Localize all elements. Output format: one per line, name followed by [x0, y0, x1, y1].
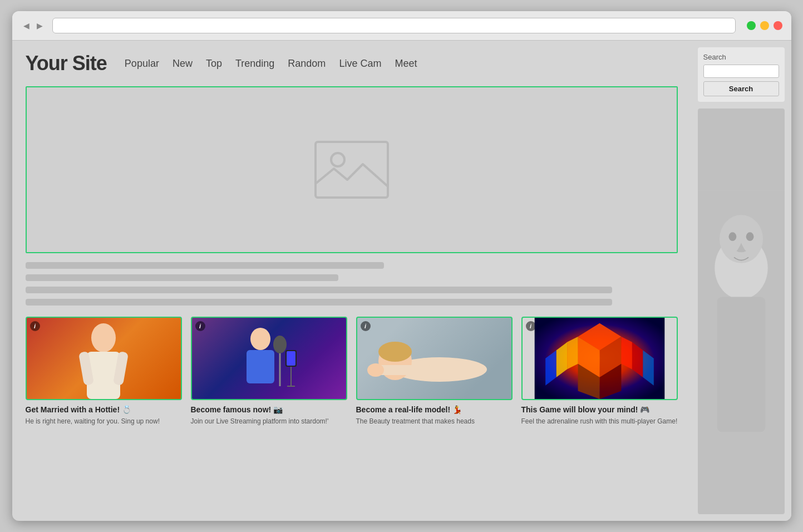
card-4-image: i [521, 317, 678, 400]
svg-point-19 [367, 363, 384, 377]
text-line-3 [26, 287, 613, 293]
browser-chrome: ◀ ▶ [12, 11, 791, 41]
nav-item-new[interactable]: New [173, 58, 193, 70]
nav-arrows: ◀ ▶ [21, 20, 46, 31]
forward-button[interactable]: ▶ [35, 20, 46, 31]
site-header: Your Site Popular New Top Trending Rando… [26, 52, 678, 75]
card-2[interactable]: i [191, 317, 347, 426]
nav-item-top[interactable]: Top [206, 58, 222, 70]
svg-point-35 [728, 232, 736, 241]
browser-window: ◀ ▶ Your Site Popular New Top Trending R… [12, 11, 791, 521]
nav-menu: Popular New Top Trending Random Live Cam… [125, 58, 417, 70]
sidebar-ad[interactable] [698, 109, 785, 514]
svg-rect-12 [287, 351, 295, 366]
card-3-image: i [356, 317, 513, 400]
svg-rect-7 [247, 350, 274, 383]
card-3[interactable]: i [356, 317, 513, 426]
search-widget: Search 🔍 Search [698, 47, 785, 102]
back-button[interactable]: ◀ [21, 20, 32, 31]
svg-point-9 [273, 336, 287, 353]
cards-grid: i Get Married with a Hottie! 💍 [26, 317, 678, 426]
nav-item-meet[interactable]: Meet [395, 58, 417, 70]
card-4[interactable]: i [521, 317, 678, 426]
card-1-title: Get Married with a Hottie! 💍 [26, 405, 182, 415]
card-1-image: i [26, 317, 182, 400]
card-1-info-icon[interactable]: i [30, 321, 40, 331]
text-lines [26, 262, 678, 306]
card-2-image: i [191, 317, 347, 400]
card-4-title: This Game will blow your mind! 🎮 [521, 405, 678, 415]
card-2-desc: Join our Live Streaming platform into st… [191, 417, 347, 426]
card-3-title: Become a real-life model! 💃 [356, 405, 513, 415]
page-content: Your Site Popular New Top Trending Rando… [12, 41, 791, 521]
svg-point-34 [720, 215, 763, 263]
hero-image-placeholder [313, 136, 391, 203]
svg-point-2 [91, 323, 116, 352]
svg-point-1 [331, 153, 344, 166]
card-1-desc: He is right here, waiting for you. Sing … [26, 417, 182, 426]
svg-point-6 [250, 328, 270, 350]
site-title: Your Site [26, 52, 107, 75]
nav-item-trending[interactable]: Trending [235, 58, 274, 70]
svg-marker-24 [567, 337, 578, 369]
nav-item-popular[interactable]: Popular [125, 58, 159, 70]
svg-point-36 [746, 232, 753, 241]
card-2-title: Become famous now! 📷 [191, 405, 347, 415]
close-button[interactable] [774, 21, 782, 30]
address-bar[interactable] [52, 18, 736, 33]
text-line-1 [26, 262, 385, 269]
hero-banner[interactable] [26, 86, 678, 253]
maximize-button[interactable] [747, 21, 756, 30]
text-line-2 [26, 274, 339, 281]
nav-item-livecam[interactable]: Live Cam [339, 58, 381, 70]
main-area: Your Site Popular New Top Trending Rando… [12, 41, 691, 521]
text-line-4 [26, 299, 613, 306]
minimize-button[interactable] [760, 21, 769, 30]
traffic-lights [747, 21, 782, 30]
card-1[interactable]: i Get Married with a Hottie! 💍 [26, 317, 182, 426]
card-3-desc: The Beauty treatment that makes heads [356, 417, 513, 426]
search-label: Search [703, 53, 779, 61]
svg-marker-25 [621, 337, 632, 369]
card-4-desc: Feel the adrenaline rush with this multi… [521, 417, 678, 426]
search-input[interactable] [707, 67, 791, 76]
search-button[interactable]: Search [703, 81, 779, 96]
svg-rect-37 [717, 297, 765, 432]
svg-point-17 [378, 342, 412, 362]
nav-item-random[interactable]: Random [288, 58, 326, 70]
search-input-wrapper: 🔍 [703, 65, 779, 78]
sidebar: Search 🔍 Search [691, 41, 791, 521]
svg-rect-0 [316, 142, 388, 198]
